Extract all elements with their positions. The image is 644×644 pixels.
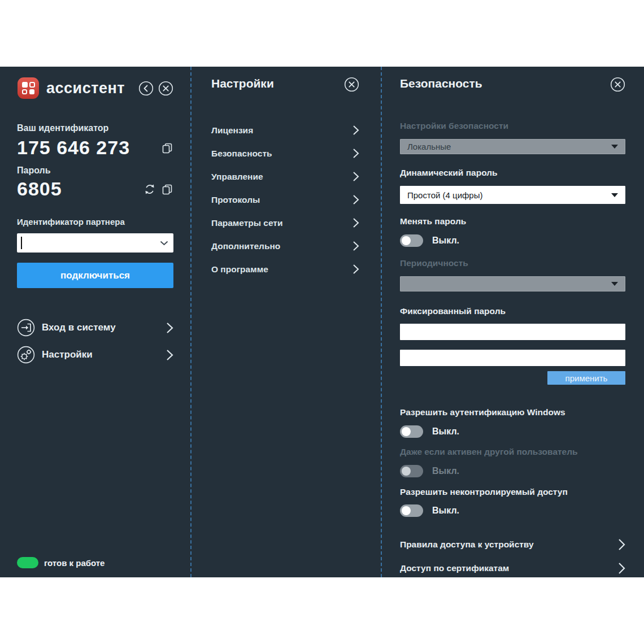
your-id-row: 175 646 273 bbox=[17, 137, 173, 159]
even-if-active-toggle-row: Выкл. bbox=[400, 465, 625, 477]
assistant-app-window: ассистент Ваш идентификатор 175 646 bbox=[0, 67, 644, 577]
toggle-knob bbox=[402, 506, 411, 515]
left-menu: Вход в систему bbox=[17, 314, 173, 368]
chevron-right-icon bbox=[166, 322, 173, 334]
windows-auth-label: Разрешить аутентификацию Windows bbox=[400, 407, 625, 417]
settings-menu-item[interactable]: Настройки bbox=[17, 341, 173, 368]
even-if-active-label: Даже если активен другой пользователь bbox=[400, 447, 625, 457]
chevron-right-icon bbox=[353, 148, 359, 159]
fixed-password-input-2[interactable] bbox=[400, 350, 625, 366]
settings-item-network[interactable]: Параметры сети bbox=[211, 211, 359, 234]
change-password-toggle-row: Выкл. bbox=[400, 234, 625, 247]
settings-item-label: Безопасность bbox=[211, 149, 272, 159]
device-access-rules-link[interactable]: Правила доступа к устройству bbox=[400, 537, 625, 552]
password-row: 6805 bbox=[17, 178, 173, 200]
security-settings-label: Настройки безопасности bbox=[400, 121, 625, 131]
settings-item-label: Протоколы bbox=[211, 195, 260, 205]
connect-button[interactable]: подключиться bbox=[17, 263, 173, 288]
settings-item-license[interactable]: Лицензия bbox=[211, 119, 359, 142]
settings-item-label: Дополнительно bbox=[211, 241, 280, 251]
password-label: Пароль bbox=[17, 166, 173, 176]
chevron-right-icon bbox=[353, 217, 359, 228]
settings-item-security[interactable]: Безопасность bbox=[211, 142, 359, 165]
settings-close-button[interactable] bbox=[344, 77, 359, 92]
periodicity-select[interactable] bbox=[400, 276, 625, 291]
password-refresh-icon[interactable] bbox=[143, 183, 156, 195]
change-password-toggle[interactable] bbox=[400, 234, 423, 247]
login-menu-label: Вход в систему bbox=[42, 322, 116, 333]
chevron-right-icon bbox=[353, 194, 359, 205]
dropdown-arrow-icon bbox=[611, 193, 618, 197]
fixed-password-label: Фиксированный пароль bbox=[400, 306, 625, 316]
id-copy-icon[interactable] bbox=[161, 142, 173, 154]
brand: ассистент bbox=[17, 77, 125, 99]
settings-panel-title: Настройки bbox=[211, 77, 274, 90]
status-row: готов к работе bbox=[17, 557, 105, 568]
windows-auth-state: Выкл. bbox=[432, 427, 459, 437]
status-text: готов к работе bbox=[44, 558, 105, 568]
settings-item-additional[interactable]: Дополнительно bbox=[211, 234, 359, 258]
settings-item-label: Параметры сети bbox=[211, 218, 283, 228]
periodicity-label: Периодичность bbox=[400, 258, 625, 268]
your-id-value: 175 646 273 bbox=[17, 137, 130, 159]
your-id-label: Ваш идентификатор bbox=[17, 123, 173, 133]
uncontrolled-access-state: Выкл. bbox=[432, 506, 459, 516]
apply-button[interactable]: применить bbox=[547, 371, 625, 385]
brand-name: ассистент bbox=[46, 80, 125, 97]
security-panel-title: Безопасность bbox=[400, 77, 482, 90]
back-button[interactable] bbox=[138, 81, 154, 96]
even-if-active-toggle[interactable] bbox=[400, 465, 423, 477]
certificate-access-link[interactable]: Доступ по сертификатам bbox=[400, 561, 625, 576]
text-caret bbox=[21, 237, 22, 249]
chevron-right-icon bbox=[353, 125, 359, 136]
left-panel-header: ассистент bbox=[17, 77, 173, 99]
chevron-right-icon bbox=[353, 241, 359, 251]
change-password-label: Менять пароль bbox=[400, 216, 625, 227]
even-if-active-state: Выкл. bbox=[432, 466, 459, 476]
uncontrolled-access-toggle[interactable] bbox=[400, 504, 423, 517]
chevron-right-icon bbox=[618, 538, 625, 551]
uncontrolled-access-label: Разрешить неконтролируемый доступ bbox=[400, 487, 625, 497]
dropdown-arrow-icon bbox=[611, 282, 618, 286]
fixed-password-input-1[interactable] bbox=[400, 324, 625, 340]
chevron-right-icon bbox=[618, 562, 625, 575]
password-value: 6805 bbox=[17, 178, 62, 200]
status-indicator bbox=[17, 557, 38, 568]
security-settings-value: Локальные bbox=[407, 142, 451, 151]
partner-id-input[interactable] bbox=[17, 233, 173, 253]
left-panel-close-button[interactable] bbox=[158, 81, 173, 96]
app-logo-icon bbox=[17, 77, 40, 99]
screenshot-canvas: ассистент Ваш идентификатор 175 646 bbox=[0, 0, 644, 644]
settings-item-label: Лицензия bbox=[211, 125, 253, 136]
dropdown-arrow-icon bbox=[611, 145, 618, 149]
windows-auth-toggle[interactable] bbox=[400, 425, 423, 438]
settings-item-label: Управление bbox=[211, 172, 263, 182]
uncontrolled-access-toggle-row: Выкл. bbox=[400, 504, 625, 517]
dynamic-password-select[interactable]: Простой (4 цифры) bbox=[400, 186, 625, 204]
windows-auth-toggle-row: Выкл. bbox=[400, 425, 625, 438]
login-menu-item[interactable]: Вход в систему bbox=[17, 314, 173, 341]
settings-item-label: О программе bbox=[211, 264, 268, 275]
change-password-state: Выкл. bbox=[432, 236, 459, 246]
security-close-button[interactable] bbox=[610, 77, 625, 92]
login-icon bbox=[17, 319, 35, 337]
toggle-knob bbox=[402, 467, 411, 476]
link-label: Правила доступа к устройству bbox=[400, 539, 534, 550]
settings-list: Лицензия Безопасность Управление Протоко… bbox=[211, 119, 359, 281]
settings-item-management[interactable]: Управление bbox=[211, 165, 359, 188]
security-settings-select[interactable]: Локальные bbox=[400, 139, 625, 154]
partner-id-label: Идентификатор партнера bbox=[17, 217, 173, 227]
gears-icon bbox=[17, 346, 35, 364]
partner-id-combobox[interactable] bbox=[17, 233, 173, 253]
link-label: Доступ по сертификатам bbox=[400, 563, 509, 573]
settings-menu-label: Настройки bbox=[42, 349, 93, 360]
settings-item-about[interactable]: О программе bbox=[211, 258, 359, 281]
dynamic-password-value: Простой (4 цифры) bbox=[407, 190, 483, 200]
chevron-right-icon bbox=[353, 171, 359, 182]
settings-panel: Настройки Лицензия Безопасность Управл bbox=[190, 67, 382, 577]
connection-panel: ассистент Ваш идентификатор 175 646 bbox=[0, 67, 190, 577]
password-copy-icon[interactable] bbox=[161, 183, 173, 195]
chevron-right-icon bbox=[353, 264, 359, 275]
toggle-knob bbox=[402, 236, 411, 245]
settings-item-protocols[interactable]: Протоколы bbox=[211, 188, 359, 211]
